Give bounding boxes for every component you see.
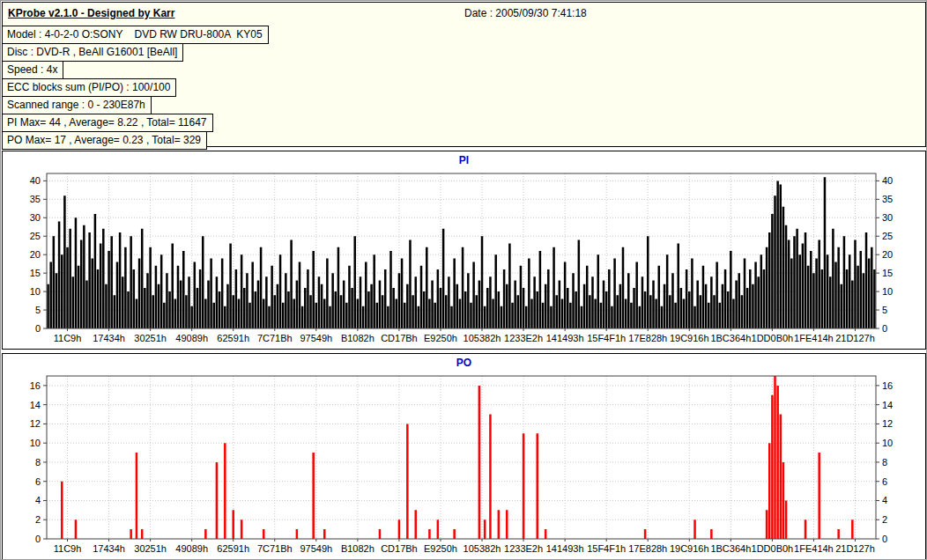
svg-text:17E828h: 17E828h bbox=[628, 543, 667, 554]
svg-text:12: 12 bbox=[30, 418, 41, 429]
svg-text:49089h: 49089h bbox=[175, 543, 208, 554]
svg-text:19C916h: 19C916h bbox=[670, 543, 709, 554]
info-speed: Speed : 4x bbox=[2, 61, 63, 79]
svg-text:21D127h: 21D127h bbox=[835, 333, 875, 343]
pi-chart-title: PI bbox=[3, 151, 925, 166]
header-panel: KProbe v2.1.0 - Designed by Karr Date : … bbox=[2, 2, 926, 147]
svg-text:30: 30 bbox=[30, 212, 41, 223]
svg-text:12: 12 bbox=[882, 418, 893, 429]
svg-text:1233E2h: 1233E2h bbox=[504, 333, 543, 343]
svg-text:105382h: 105382h bbox=[464, 543, 501, 554]
svg-text:16: 16 bbox=[882, 380, 893, 391]
svg-text:19C916h: 19C916h bbox=[670, 333, 709, 343]
svg-text:1FE414h: 1FE414h bbox=[794, 333, 834, 343]
svg-text:0: 0 bbox=[882, 323, 887, 334]
svg-text:8: 8 bbox=[35, 457, 41, 468]
svg-text:20: 20 bbox=[30, 249, 41, 260]
svg-text:62591h: 62591h bbox=[217, 543, 249, 554]
po-chart-panel: PO 11C9h17434h30251h49089h62591h7C71Bh97… bbox=[2, 353, 926, 560]
svg-text:4: 4 bbox=[35, 495, 41, 505]
svg-text:141493h: 141493h bbox=[546, 333, 584, 343]
svg-text:B1082h: B1082h bbox=[341, 333, 375, 343]
svg-text:10: 10 bbox=[30, 286, 41, 297]
svg-text:49089h: 49089h bbox=[175, 333, 208, 343]
po-chart: 11C9h17434h30251h49089h62591h7C71Bh97549… bbox=[3, 369, 925, 558]
svg-text:17E828h: 17E828h bbox=[628, 333, 667, 343]
svg-text:E9250h: E9250h bbox=[424, 333, 457, 343]
svg-text:CD17Bh: CD17Bh bbox=[381, 333, 418, 343]
svg-text:2: 2 bbox=[882, 514, 887, 525]
svg-text:CD17Bh: CD17Bh bbox=[381, 543, 418, 554]
info-disc: Disc : DVD-R , BeAll G16001 [BeAll] bbox=[2, 43, 183, 62]
kprobe-window: KProbe v2.1.0 - Designed by Karr Date : … bbox=[0, 0, 927, 560]
svg-text:10: 10 bbox=[882, 286, 893, 297]
svg-text:B1082h: B1082h bbox=[341, 543, 375, 554]
svg-text:30: 30 bbox=[882, 212, 893, 223]
svg-text:6: 6 bbox=[882, 476, 887, 487]
svg-text:1233E2h: 1233E2h bbox=[504, 543, 543, 554]
app-title: KProbe v2.1.0 - Designed by Karr bbox=[8, 7, 174, 19]
svg-text:10: 10 bbox=[882, 438, 893, 448]
svg-text:15F4F1h: 15F4F1h bbox=[587, 333, 626, 343]
svg-text:20: 20 bbox=[882, 249, 893, 260]
svg-text:6: 6 bbox=[35, 476, 41, 487]
pi-chart-panel: PI 11C9h17434h30251h49089h62591h7C71Bh97… bbox=[2, 151, 926, 350]
svg-text:1DD0B0h: 1DD0B0h bbox=[752, 543, 794, 554]
svg-text:0: 0 bbox=[35, 534, 41, 544]
svg-text:62591h: 62591h bbox=[217, 333, 249, 343]
svg-text:16: 16 bbox=[30, 380, 41, 391]
svg-text:141493h: 141493h bbox=[546, 543, 584, 554]
svg-text:21D127h: 21D127h bbox=[835, 543, 875, 554]
svg-text:0: 0 bbox=[882, 534, 887, 544]
svg-text:35: 35 bbox=[30, 194, 41, 204]
svg-text:1BC364h: 1BC364h bbox=[710, 333, 751, 343]
svg-text:40: 40 bbox=[882, 175, 893, 186]
svg-text:4: 4 bbox=[882, 495, 887, 505]
svg-text:35: 35 bbox=[882, 194, 893, 204]
svg-text:10: 10 bbox=[30, 438, 41, 448]
svg-text:17434h: 17434h bbox=[93, 543, 125, 554]
svg-text:15: 15 bbox=[882, 268, 893, 278]
svg-text:11C9h: 11C9h bbox=[54, 333, 82, 343]
svg-text:30251h: 30251h bbox=[134, 543, 167, 554]
scan-date: Date : 2005/09/30 7:41:18 bbox=[464, 7, 587, 19]
info-po-summary: PO Max= 17 , Average= 0.23 , Total= 329 bbox=[2, 131, 207, 150]
svg-text:25: 25 bbox=[30, 231, 41, 241]
svg-text:2: 2 bbox=[35, 514, 41, 525]
scan-info-list: Model : 4-0-2-0 O:SONY DVD RW DRU-800A K… bbox=[2, 26, 269, 150]
svg-text:8: 8 bbox=[882, 457, 887, 468]
svg-text:1FE414h: 1FE414h bbox=[794, 543, 834, 554]
svg-text:14: 14 bbox=[882, 400, 893, 410]
info-ecc-blocks: ECC blocks sum (PI/PO) : 100/100 bbox=[2, 78, 176, 97]
svg-text:30251h: 30251h bbox=[134, 333, 167, 343]
svg-text:97549h: 97549h bbox=[300, 333, 332, 343]
svg-text:7C71Bh: 7C71Bh bbox=[257, 543, 293, 554]
info-pi-summary: PI Max= 44 , Average= 8.22 , Total= 1164… bbox=[2, 114, 213, 132]
pi-chart: 11C9h17434h30251h49089h62591h7C71Bh97549… bbox=[3, 166, 925, 348]
svg-text:0: 0 bbox=[35, 323, 41, 334]
svg-text:105382h: 105382h bbox=[464, 333, 501, 343]
svg-text:25: 25 bbox=[882, 231, 893, 241]
info-scanned-range: Scanned range : 0 - 230E87h bbox=[2, 96, 152, 114]
svg-text:17434h: 17434h bbox=[93, 333, 125, 343]
svg-text:14: 14 bbox=[30, 400, 41, 410]
svg-text:40: 40 bbox=[30, 175, 41, 186]
info-model: Model : 4-0-2-0 O:SONY DVD RW DRU-800A K… bbox=[2, 26, 269, 44]
svg-text:15: 15 bbox=[30, 268, 41, 278]
po-chart-title: PO bbox=[3, 354, 925, 369]
svg-text:1BC364h: 1BC364h bbox=[710, 543, 751, 554]
svg-text:15F4F1h: 15F4F1h bbox=[587, 543, 626, 554]
svg-text:97549h: 97549h bbox=[300, 543, 332, 554]
svg-text:5: 5 bbox=[882, 305, 887, 315]
svg-text:5: 5 bbox=[35, 305, 41, 315]
svg-text:E9250h: E9250h bbox=[424, 543, 457, 554]
svg-text:11C9h: 11C9h bbox=[54, 543, 82, 554]
svg-text:7C71Bh: 7C71Bh bbox=[257, 333, 293, 343]
svg-text:1DD0B0h: 1DD0B0h bbox=[752, 333, 794, 343]
